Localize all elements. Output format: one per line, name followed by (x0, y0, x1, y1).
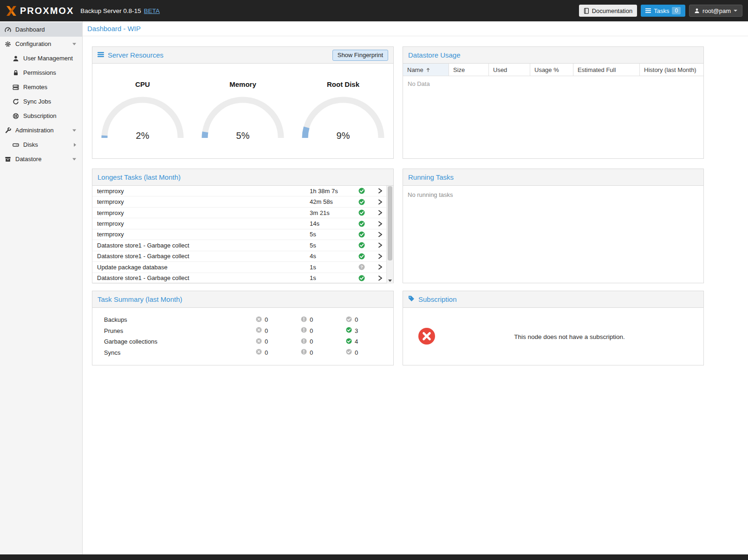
summary-row: Backups 0 0 0 (104, 314, 393, 326)
chevron-right-icon[interactable] (374, 188, 386, 194)
sidebar-item-administration[interactable]: Administration (0, 123, 82, 137)
show-fingerprint-button[interactable]: Show Fingerprint (332, 50, 388, 61)
task-row[interactable]: Datastore store1 - Garbage collect 5s (92, 240, 386, 251)
chevron-right-icon[interactable] (374, 210, 386, 215)
root-disk-gauge: Root Disk 9% (297, 80, 390, 141)
user-menu-button[interactable]: root@pam (689, 5, 742, 17)
expand-arrow-icon[interactable] (74, 143, 76, 147)
status-ok-icon (358, 209, 374, 216)
sidebar-item-datastore[interactable]: Datastore (0, 152, 82, 166)
chevron-right-icon[interactable] (374, 232, 386, 237)
book-icon (584, 8, 589, 14)
gauge-value: 9% (299, 130, 387, 141)
sidebar-item-disks[interactable]: Disks (0, 137, 82, 152)
server-resources-icon (98, 52, 104, 59)
chevron-right-icon[interactable] (374, 254, 386, 259)
chevron-right-icon[interactable] (374, 242, 386, 248)
error-icon (256, 338, 262, 345)
chevron-right-icon[interactable] (374, 275, 386, 281)
column-header-name[interactable]: Name (403, 64, 449, 76)
hdd-icon (13, 142, 19, 148)
column-label: Used (493, 66, 507, 73)
documentation-button[interactable]: Documentation (579, 5, 637, 17)
sidebar-item-user-management[interactable]: User Management (0, 51, 82, 65)
task-row[interactable]: Datastore store1 - Garbage collect 4s (92, 251, 386, 262)
scrollbar[interactable] (386, 186, 393, 284)
sidebar: Dashboard Configuration User Management (0, 21, 83, 554)
task-row[interactable]: Datastore store1 - Garbage collect 1s (92, 273, 386, 284)
sidebar-item-permissions[interactable]: Permissions (0, 65, 82, 80)
summary-row: Garbage collections 0 0 4 (104, 336, 393, 347)
empty-text: No Data (403, 76, 703, 91)
user-label: root@pam (702, 7, 731, 14)
warning-count: 0 (310, 349, 313, 356)
wrench-icon (5, 127, 11, 134)
page-title-bar: Dashboard - WIP (83, 21, 748, 36)
chevron-right-icon[interactable] (374, 264, 386, 270)
warning-icon (301, 349, 307, 356)
sidebar-item-label: Disks (23, 141, 38, 148)
column-header-used[interactable]: Used (489, 64, 530, 76)
subscription-tag-icon (408, 295, 415, 303)
datastore-usage-panel: Datastore Usage Name Size Used Usage % E… (403, 46, 704, 159)
sync-icon (13, 98, 19, 105)
table-header-row: Name Size Used Usage % Estimated Full Hi… (403, 64, 703, 76)
chevron-right-icon[interactable] (374, 199, 386, 205)
task-row[interactable]: termproxy 3m 21s (92, 208, 386, 218)
top-bar: PROXMOX Backup Server 0.8-15 BETA Docume… (0, 0, 748, 21)
collapse-arrow-icon[interactable] (72, 129, 76, 131)
collapse-arrow-icon[interactable] (72, 43, 76, 45)
panel-title: Server Resources (108, 51, 163, 59)
logo-text: PROXMOX (20, 6, 74, 16)
sidebar-item-label: Remotes (23, 84, 47, 91)
gauge-value: 2% (98, 130, 187, 141)
tasks-button[interactable]: Tasks 0 (641, 5, 685, 17)
sidebar-item-label: Datastore (15, 156, 41, 163)
sidebar-item-sync-jobs[interactable]: Sync Jobs (0, 94, 82, 109)
sidebar-item-label: User Management (23, 55, 73, 62)
column-header-estimated-full[interactable]: Estimated Full (573, 64, 640, 76)
scrollbar-thumb[interactable] (388, 186, 392, 260)
summary-label: Garbage collections (104, 338, 256, 345)
collapse-arrow-icon[interactable] (72, 158, 76, 160)
beta-link[interactable]: BETA (144, 7, 160, 14)
ok-count: 0 (355, 316, 358, 323)
main-content: Dashboard - WIP Server Resources Show Fi… (83, 21, 748, 554)
task-duration: 14s (310, 220, 358, 227)
task-summary-body: Backups 0 0 0 Prunes 0 0 3 Garbage colle… (92, 308, 393, 358)
task-row[interactable]: termproxy 14s (92, 218, 386, 229)
sidebar-item-label: Sync Jobs (23, 98, 51, 105)
chevron-right-icon[interactable] (374, 221, 386, 227)
error-count: 0 (265, 316, 268, 323)
sidebar-item-subscription[interactable]: Subscription (0, 109, 82, 123)
column-header-history[interactable]: History (last Month) (640, 64, 703, 76)
sort-asc-icon (426, 67, 430, 72)
lock-icon (13, 70, 19, 76)
sidebar-item-configuration[interactable]: Configuration (0, 37, 82, 51)
column-header-size[interactable]: Size (449, 64, 489, 76)
task-name: Update package database (97, 264, 310, 271)
page-title: Dashboard - WIP (87, 25, 141, 33)
sidebar-item-remotes[interactable]: Remotes (0, 80, 82, 94)
panel-header: Running Tasks (403, 169, 703, 186)
sidebar-item-dashboard[interactable]: Dashboard (0, 22, 82, 37)
task-row[interactable]: termproxy 42m 58s (92, 196, 386, 207)
task-duration: 42m 58s (310, 198, 358, 205)
documentation-label: Documentation (592, 7, 632, 14)
panel-header: Datastore Usage (403, 47, 703, 64)
empty-text: No running tasks (403, 186, 703, 204)
task-row[interactable]: termproxy 5s (92, 229, 386, 240)
task-row[interactable]: termproxy 1h 38m 7s (92, 186, 386, 196)
gauge-label: Root Disk (297, 80, 390, 88)
status-ok-icon (358, 253, 374, 260)
panel-title: Running Tasks (408, 173, 454, 181)
task-row[interactable]: Update package database 1s ? (92, 262, 386, 273)
column-header-usage[interactable]: Usage % (530, 64, 573, 76)
task-duration: 1s (310, 274, 358, 281)
column-label: Usage % (534, 66, 559, 73)
footer-bar (0, 554, 748, 560)
summary-label: Syncs (104, 349, 256, 356)
column-label: History (last Month) (644, 66, 696, 73)
scroll-down-arrow-icon[interactable] (388, 280, 392, 282)
summary-row: Syncs 0 0 0 (104, 347, 393, 358)
